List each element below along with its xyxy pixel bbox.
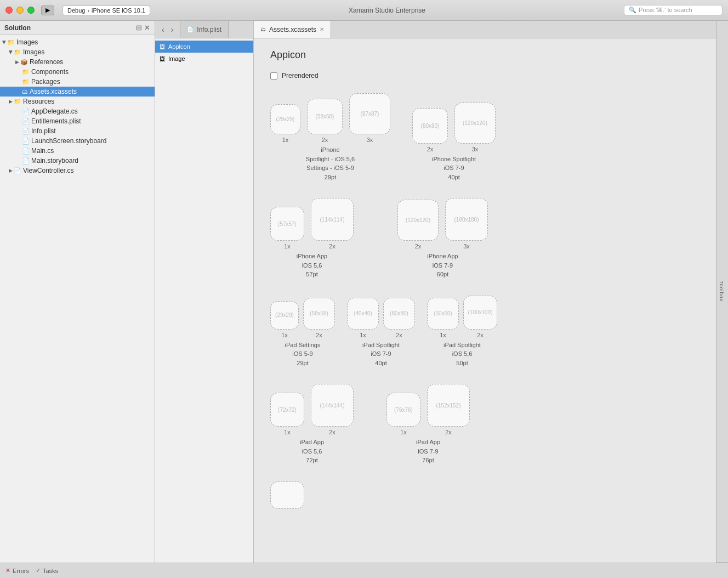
icon-scale-label: 2x <box>329 429 335 435</box>
sidebar-item-assets[interactable]: 🗂 Assets.xcassets <box>0 87 155 97</box>
icon-group-40pt: (80x80) 2x (120x120) 3x <box>412 103 496 182</box>
icon-scale-label: 2x <box>316 332 322 338</box>
icon-slot-58x58: (58x58) 2x <box>307 99 343 143</box>
icon-placeholder: (29x29) <box>270 301 299 330</box>
prerendered-checkbox[interactable] <box>270 72 277 80</box>
icon-scale-label: 1x <box>284 243 291 250</box>
icon-group-label: iPad SettingsiOS 5-929pt <box>285 341 321 368</box>
icon-size-label: (80x80) <box>421 123 440 129</box>
sidebar-item-label: Resources <box>23 98 54 105</box>
icon-size-label: (100x100) <box>468 309 492 315</box>
content-area: Appicon Prerendered <box>254 38 716 563</box>
scheme-selector[interactable]: Debug › iPhone SE iOS 10.1 <box>62 5 150 15</box>
xcassets-icon: 🗂 <box>22 88 28 95</box>
sidebar-item-label: References <box>30 58 63 66</box>
sidebar-item-entitlements[interactable]: 📄 Entitlements.plist <box>0 116 155 126</box>
sidebar-item-images-sub[interactable]: ▶ 📁 Images <box>0 47 155 57</box>
sidebar-content: ▶ 📁 Images ▶ 📁 Images ▶ 📦 References 📁 C… <box>0 35 155 563</box>
icon-placeholder <box>270 481 304 509</box>
close-button[interactable] <box>5 7 13 14</box>
tab-back-button[interactable]: ‹ <box>160 24 167 35</box>
icon-size-label: (40x40) <box>354 310 372 316</box>
divider: › <box>87 7 89 14</box>
folder-icon: 📁 <box>22 78 30 86</box>
titlebar: ▶ Debug › iPhone SE iOS 10.1 Xamarin Stu… <box>0 0 728 21</box>
asset-item-label: Image <box>168 55 185 62</box>
sidebar-item-viewcontroller[interactable]: ▶ 📄 ViewController.cs <box>0 166 155 175</box>
prerendered-label: Prerendered <box>282 72 318 80</box>
asset-item-appicon[interactable]: 🖼 Applcon <box>155 41 253 53</box>
sidebar-item-references[interactable]: ▶ 📦 References <box>0 57 155 67</box>
file-icon: 📄 <box>22 148 30 155</box>
run-button[interactable]: ▶ <box>41 5 54 15</box>
sidebar-item-components[interactable]: 📁 Components <box>0 67 155 77</box>
icon-placeholder: (120x120) <box>454 103 496 144</box>
file-icon: 📄 <box>22 118 30 125</box>
icon-placeholder: (72x72) <box>270 393 304 427</box>
icon-group-ipad-72pt: (72x72) 1x (144x144) 2x <box>270 384 354 465</box>
error-icon: ✕ <box>5 567 10 574</box>
sidebar-item-label: Info.plist <box>31 127 56 135</box>
tab-forward-button[interactable]: › <box>169 24 176 35</box>
icon-group-60pt: (120x120) 2x (180x180) 3x <box>397 198 488 279</box>
sidebar-item-main-storyboard[interactable]: 📄 Main.storyboard <box>0 156 155 166</box>
triangle-icon: ▶ <box>2 41 7 44</box>
icon-section-2: (57x57) 1x (114x114) 2x <box>270 198 699 279</box>
icon-group-label: iPhone SpotlightiOS 7-940pt <box>432 155 476 182</box>
sidebar-close-icon[interactable]: ✕ <box>144 24 150 32</box>
tab-bar: ‹ › 📄 Info.plist <box>155 21 253 38</box>
icon-slot-ipad-80x80: (80x80) 2x <box>383 298 415 338</box>
assets-tab-bar: 🗂 Assets.xcassets ✕ <box>254 21 716 38</box>
icon-slot-partial <box>270 481 304 509</box>
sidebar-item-label: AppDelegate.cs <box>31 107 78 115</box>
device-label: iPhone SE iOS 10.1 <box>92 7 145 14</box>
search-icon: 🔍 <box>629 7 636 14</box>
maximize-button[interactable] <box>27 7 35 14</box>
tasks-status[interactable]: ✓ Tasks <box>36 567 58 574</box>
titlebar-center: Xamarin Studio Enterprise <box>150 7 624 14</box>
icon-group-ipad-50pt: (50x50) 1x (100x100) 2x <box>427 296 497 368</box>
sidebar-item-main-cs[interactable]: 📄 Main.cs <box>0 146 155 156</box>
sidebar: Solution ⊟ ✕ ▶ 📁 Images ▶ 📁 Images ▶ � <box>0 21 155 563</box>
icon-group-label: iPad AppiOS 5,672pt <box>300 438 324 465</box>
icon-slot-57x57: (57x57) 1x <box>270 207 304 250</box>
icon-slot-ipad-100x100: (100x100) 2x <box>463 296 497 338</box>
icon-slot-29x29: (29x29) 1x <box>270 104 300 143</box>
icon-slot-ipad-76x76: (76x76) 1x <box>386 393 420 435</box>
icon-scale-label: 1x <box>282 137 289 143</box>
asset-item-image[interactable]: 🖼 Image <box>155 53 253 65</box>
sidebar-item-info-plist[interactable]: 📄 Info.plist <box>0 126 155 136</box>
sidebar-item-label: Packages <box>31 78 60 86</box>
toolbox-panel-item[interactable]: Toolbox <box>716 21 726 563</box>
sidebar-item-resources[interactable]: ▶ 📁 Resources <box>0 97 155 106</box>
tab-nav: ‹ › <box>155 21 180 38</box>
tab-assets[interactable]: 🗂 Assets.xcassets ✕ <box>254 21 331 38</box>
icon-group-label: iPad SpotlightiOS 7-940pt <box>362 341 400 368</box>
icon-slot-ipad-152x152: (152x152) 2x <box>427 384 470 435</box>
icon-slot-ipad-58x58: (58x58) 2x <box>303 298 335 338</box>
folder-icon: 📁 <box>14 98 21 105</box>
icon-scale-label: 1x <box>400 429 407 435</box>
icon-slot-ipad-144x144: (144x144) 2x <box>311 384 354 435</box>
icon-section-1: (29x29) 1x (58x58) 2x <box>270 93 699 182</box>
icon-placeholder: (144x144) <box>311 384 354 427</box>
folder-icon: 📁 <box>7 39 15 46</box>
search-bar[interactable]: 🔍 Press '⌘.' to search <box>624 5 723 15</box>
minimize-button[interactable] <box>16 7 24 14</box>
sidebar-item-launchscreen[interactable]: 📄 LaunchScreen.storyboard <box>0 136 155 146</box>
icon-size-label: (29x29) <box>276 116 295 122</box>
tab-info[interactable]: 📄 Info.plist <box>180 21 229 38</box>
sidebar-item-appdelegate[interactable]: 📄 AppDelegate.cs <box>0 106 155 116</box>
sidebar-item-images-root[interactable]: ▶ 📁 Images <box>0 37 155 47</box>
image-icon: 🖼 <box>160 56 165 62</box>
right-panel: Toolbox Properties Document Outline <box>716 21 728 563</box>
errors-status[interactable]: ✕ Errors <box>5 567 29 574</box>
icon-placeholder: (180x180) <box>445 198 488 241</box>
icon-size-label: (58x58) <box>316 114 334 120</box>
icon-placeholder: (50x50) <box>427 298 459 330</box>
sidebar-split-icon[interactable]: ⊟ <box>136 24 142 32</box>
icon-size-label: (144x144) <box>320 403 344 409</box>
tab-close-button[interactable]: ✕ <box>320 26 324 32</box>
appicon-title: Appicon <box>270 49 699 61</box>
sidebar-item-packages[interactable]: 📁 Packages <box>0 77 155 87</box>
